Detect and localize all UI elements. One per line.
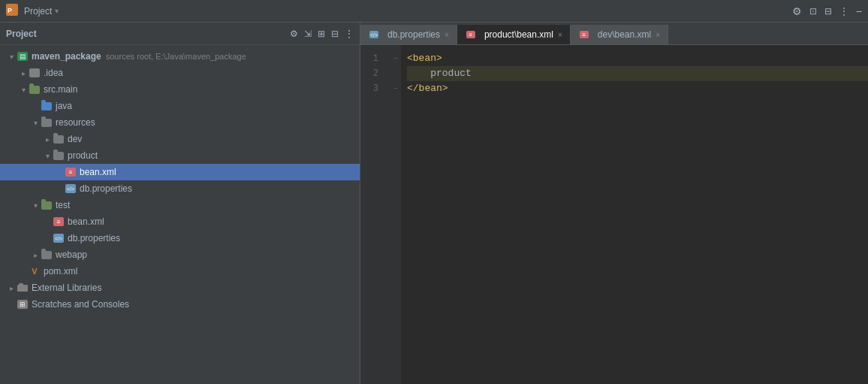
tab-product-bean[interactable]: product\bean.xml × — [457, 25, 571, 44]
tab-close-dev-bean[interactable]: × — [656, 31, 660, 39]
code-line-3: </bean> — [407, 81, 868, 96]
tab-dev-bean[interactable]: dev\bean.xml × — [571, 25, 668, 44]
code-bracket-open-3: </ — [407, 81, 419, 96]
tree-label-db-properties-product: db.properties — [80, 183, 132, 194]
sidebar-settings-icon[interactable]: ⚙ — [290, 29, 298, 39]
sidebar-title: Project — [6, 29, 37, 39]
arrow-resources — [30, 119, 41, 127]
project-icon: P — [6, 4, 21, 18]
tree-item-scratches[interactable]: Scratches and Consoles — [0, 296, 360, 313]
title-dropdown-arrow[interactable]: ▾ — [55, 7, 59, 15]
tab-label-dev-bean: dev\bean.xml — [598, 29, 651, 40]
tree-item-src-main[interactable]: src.main — [0, 81, 360, 98]
fold-marker-1[interactable]: − — [390, 51, 401, 66]
title-project-label[interactable]: Project — [24, 6, 52, 17]
tree-label-ext-libraries: External Libraries — [32, 283, 101, 293]
folder-icon-resources — [41, 116, 53, 129]
tab-db-properties[interactable]: db.properties × — [360, 25, 457, 44]
code-tag-name-3: bean — [419, 81, 442, 96]
ext-libraries-icon — [17, 282, 29, 294]
tree-label-maven-package: maven_package — [32, 51, 101, 62]
tree-item-product[interactable]: product — [0, 147, 360, 164]
line-numbers: 1 2 3 — [360, 45, 390, 384]
title-bar-left: P Project ▾ — [6, 4, 59, 18]
folder-icon-idea — [29, 67, 41, 79]
sidebar-header: Project ⚙ ⇲ ⊞ ⊟ ⋮ — [0, 23, 360, 45]
arrow-test — [30, 201, 41, 210]
sidebar: Project ⚙ ⇲ ⊞ ⊟ ⋮ maven_package sources … — [0, 23, 360, 384]
fold-space-2 — [390, 66, 401, 81]
tree-item-bean-xml-product[interactable]: bean.xml — [0, 164, 360, 180]
tree-label-webapp: webapp — [56, 249, 87, 260]
more-icon[interactable]: ⋮ — [839, 6, 848, 17]
tree-item-dev[interactable]: dev — [0, 131, 360, 147]
svg-rect-3 — [19, 283, 23, 286]
arrow-src-main — [18, 86, 29, 94]
tree-item-webapp[interactable]: webapp — [0, 246, 360, 263]
sidebar-collapse-icon[interactable]: ⊟ — [331, 29, 339, 39]
pom-icon: V — [29, 265, 41, 277]
tree-item-pom-xml[interactable]: V pom.xml — [0, 263, 360, 280]
layout-icon[interactable]: ⊡ — [809, 6, 817, 17]
code-bracket-open-1: < — [407, 51, 413, 66]
arrow-ext-libraries — [6, 284, 17, 292]
folder-icon-test — [41, 199, 53, 211]
tree-item-test[interactable]: test — [0, 197, 360, 213]
code-bracket-close-3: > — [442, 81, 448, 96]
title-bar-icons: ⚙ ⊡ ⊟ ⋮ − — [792, 5, 862, 17]
bean-xml-icon-product — [65, 166, 77, 178]
split-icon[interactable]: ⊟ — [824, 6, 832, 17]
tree-item-idea[interactable]: .idea — [0, 65, 360, 81]
main-layout: Project ⚙ ⇲ ⊞ ⊟ ⋮ maven_package sources … — [0, 23, 868, 384]
tree-label-idea: .idea — [44, 68, 63, 78]
sidebar-expand-icon[interactable]: ⊞ — [318, 29, 325, 39]
tree-item-resources[interactable]: resources — [0, 114, 360, 131]
tree-item-maven-package[interactable]: maven_package sources root, E:\Java\mave… — [0, 48, 360, 65]
sidebar-tree: maven_package sources root, E:\Java\mave… — [0, 45, 360, 384]
title-bar: P Project ▾ ⚙ ⊡ ⊟ ⋮ − — [0, 0, 868, 23]
tree-label-test: test — [56, 200, 70, 210]
code-tag-name-1: bean — [413, 51, 436, 66]
settings-icon[interactable]: ⚙ — [792, 5, 802, 17]
tree-label-bean-xml-product: bean.xml — [80, 167, 116, 177]
tree-item-java[interactable]: java — [0, 98, 360, 114]
tab-label-product-bean: product\bean.xml — [484, 29, 553, 40]
fold-marker-3[interactable]: − — [390, 81, 401, 96]
scratches-icon — [17, 298, 29, 310]
svg-rect-2 — [17, 285, 28, 292]
arrow-webapp — [30, 251, 41, 259]
minimize-icon[interactable]: − — [856, 5, 862, 17]
tree-item-ext-libraries[interactable]: External Libraries — [0, 280, 360, 296]
tree-label-java: java — [56, 101, 72, 111]
editor-content[interactable]: 1 2 3 − − <bean> product — [360, 45, 868, 384]
code-line-1: <bean> — [407, 51, 868, 66]
code-area[interactable]: <bean> product </bean> — [401, 45, 868, 384]
folder-icon-webapp — [41, 249, 53, 261]
tree-label-pom-xml: pom.xml — [44, 266, 77, 277]
arrow-product — [42, 152, 53, 160]
folder-icon-product — [53, 150, 65, 162]
tree-label-db-properties-test: db.properties — [68, 233, 120, 243]
sidebar-header-icons: ⚙ ⇲ ⊞ ⊟ ⋮ — [290, 29, 354, 39]
tree-label-resources: resources — [56, 117, 95, 128]
arrow-dev — [42, 135, 53, 144]
svg-text:P: P — [8, 7, 12, 14]
tree-item-db-properties-test[interactable]: db.properties — [0, 230, 360, 246]
sidebar-scroll-icon[interactable]: ⇲ — [304, 29, 312, 39]
tab-icon-dev-bean — [578, 29, 590, 41]
arrow-maven-package — [6, 53, 17, 61]
tab-icon-db-properties — [368, 29, 380, 41]
tree-item-bean-xml-test[interactable]: bean.xml — [0, 213, 360, 230]
tab-close-db-properties[interactable]: × — [445, 31, 449, 39]
sidebar-more-icon[interactable]: ⋮ — [345, 29, 354, 39]
line-num-2: 2 — [360, 66, 384, 81]
tab-close-product-bean[interactable]: × — [558, 31, 562, 39]
props-icon-test — [53, 232, 65, 244]
editor-panel: db.properties × product\bean.xml × dev\b… — [360, 23, 868, 384]
code-line-2: product — [407, 66, 868, 81]
arrow-idea — [18, 69, 29, 77]
tree-label-bean-xml-test: bean.xml — [68, 216, 104, 227]
tree-label-scratches: Scratches and Consoles — [32, 299, 129, 310]
props-icon-product — [65, 183, 77, 195]
tree-item-db-properties-product[interactable]: db.properties — [0, 180, 360, 197]
